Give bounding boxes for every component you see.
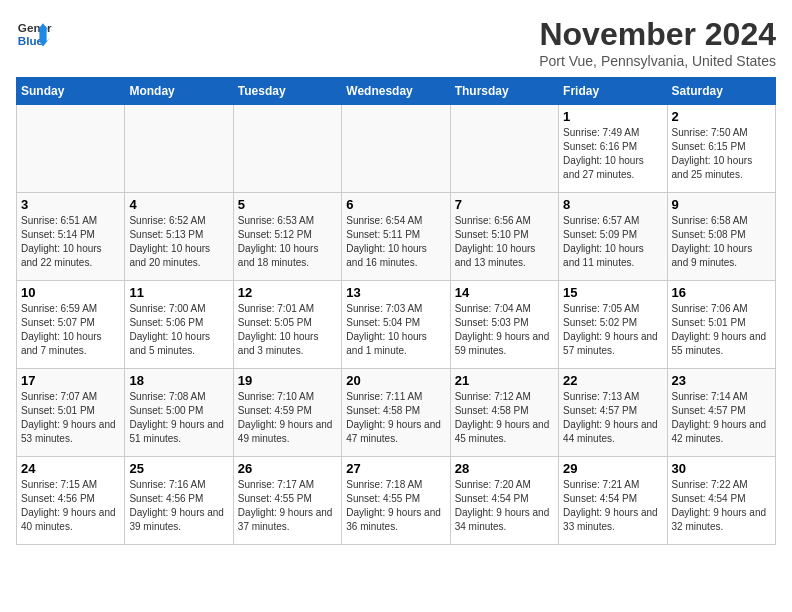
day-cell xyxy=(450,105,558,193)
day-number: 19 xyxy=(238,373,337,388)
day-cell: 11Sunrise: 7:00 AM Sunset: 5:06 PM Dayli… xyxy=(125,281,233,369)
day-info: Sunrise: 6:58 AM Sunset: 5:08 PM Dayligh… xyxy=(672,214,771,270)
day-number: 9 xyxy=(672,197,771,212)
day-number: 20 xyxy=(346,373,445,388)
day-cell xyxy=(125,105,233,193)
day-info: Sunrise: 7:07 AM Sunset: 5:01 PM Dayligh… xyxy=(21,390,120,446)
day-info: Sunrise: 7:15 AM Sunset: 4:56 PM Dayligh… xyxy=(21,478,120,534)
day-number: 13 xyxy=(346,285,445,300)
day-info: Sunrise: 7:50 AM Sunset: 6:15 PM Dayligh… xyxy=(672,126,771,182)
day-cell: 25Sunrise: 7:16 AM Sunset: 4:56 PM Dayli… xyxy=(125,457,233,545)
week-row-3: 10Sunrise: 6:59 AM Sunset: 5:07 PM Dayli… xyxy=(17,281,776,369)
day-info: Sunrise: 6:59 AM Sunset: 5:07 PM Dayligh… xyxy=(21,302,120,358)
day-info: Sunrise: 7:17 AM Sunset: 4:55 PM Dayligh… xyxy=(238,478,337,534)
col-header-monday: Monday xyxy=(125,78,233,105)
day-number: 2 xyxy=(672,109,771,124)
day-number: 4 xyxy=(129,197,228,212)
day-info: Sunrise: 7:22 AM Sunset: 4:54 PM Dayligh… xyxy=(672,478,771,534)
col-header-saturday: Saturday xyxy=(667,78,775,105)
day-info: Sunrise: 7:20 AM Sunset: 4:54 PM Dayligh… xyxy=(455,478,554,534)
day-cell: 1Sunrise: 7:49 AM Sunset: 6:16 PM Daylig… xyxy=(559,105,667,193)
day-cell: 29Sunrise: 7:21 AM Sunset: 4:54 PM Dayli… xyxy=(559,457,667,545)
logo-icon: General Blue xyxy=(16,16,52,52)
day-cell: 12Sunrise: 7:01 AM Sunset: 5:05 PM Dayli… xyxy=(233,281,341,369)
day-number: 24 xyxy=(21,461,120,476)
day-cell: 6Sunrise: 6:54 AM Sunset: 5:11 PM Daylig… xyxy=(342,193,450,281)
day-cell: 14Sunrise: 7:04 AM Sunset: 5:03 PM Dayli… xyxy=(450,281,558,369)
day-info: Sunrise: 7:49 AM Sunset: 6:16 PM Dayligh… xyxy=(563,126,662,182)
day-info: Sunrise: 6:57 AM Sunset: 5:09 PM Dayligh… xyxy=(563,214,662,270)
logo: General Blue xyxy=(16,16,52,52)
col-header-tuesday: Tuesday xyxy=(233,78,341,105)
week-row-4: 17Sunrise: 7:07 AM Sunset: 5:01 PM Dayli… xyxy=(17,369,776,457)
day-info: Sunrise: 7:18 AM Sunset: 4:55 PM Dayligh… xyxy=(346,478,445,534)
day-info: Sunrise: 7:01 AM Sunset: 5:05 PM Dayligh… xyxy=(238,302,337,358)
day-cell: 16Sunrise: 7:06 AM Sunset: 5:01 PM Dayli… xyxy=(667,281,775,369)
day-cell xyxy=(233,105,341,193)
day-info: Sunrise: 7:12 AM Sunset: 4:58 PM Dayligh… xyxy=(455,390,554,446)
day-number: 18 xyxy=(129,373,228,388)
day-info: Sunrise: 7:14 AM Sunset: 4:57 PM Dayligh… xyxy=(672,390,771,446)
day-number: 8 xyxy=(563,197,662,212)
day-info: Sunrise: 6:56 AM Sunset: 5:10 PM Dayligh… xyxy=(455,214,554,270)
day-cell: 17Sunrise: 7:07 AM Sunset: 5:01 PM Dayli… xyxy=(17,369,125,457)
day-info: Sunrise: 6:52 AM Sunset: 5:13 PM Dayligh… xyxy=(129,214,228,270)
day-number: 12 xyxy=(238,285,337,300)
svg-text:General: General xyxy=(18,21,52,34)
col-header-sunday: Sunday xyxy=(17,78,125,105)
day-cell: 30Sunrise: 7:22 AM Sunset: 4:54 PM Dayli… xyxy=(667,457,775,545)
day-info: Sunrise: 7:11 AM Sunset: 4:58 PM Dayligh… xyxy=(346,390,445,446)
day-cell: 27Sunrise: 7:18 AM Sunset: 4:55 PM Dayli… xyxy=(342,457,450,545)
day-cell xyxy=(17,105,125,193)
day-cell: 5Sunrise: 6:53 AM Sunset: 5:12 PM Daylig… xyxy=(233,193,341,281)
day-number: 7 xyxy=(455,197,554,212)
day-info: Sunrise: 7:04 AM Sunset: 5:03 PM Dayligh… xyxy=(455,302,554,358)
day-number: 25 xyxy=(129,461,228,476)
col-header-friday: Friday xyxy=(559,78,667,105)
day-cell: 2Sunrise: 7:50 AM Sunset: 6:15 PM Daylig… xyxy=(667,105,775,193)
day-cell: 4Sunrise: 6:52 AM Sunset: 5:13 PM Daylig… xyxy=(125,193,233,281)
week-row-2: 3Sunrise: 6:51 AM Sunset: 5:14 PM Daylig… xyxy=(17,193,776,281)
day-number: 22 xyxy=(563,373,662,388)
day-info: Sunrise: 7:10 AM Sunset: 4:59 PM Dayligh… xyxy=(238,390,337,446)
col-header-thursday: Thursday xyxy=(450,78,558,105)
day-number: 30 xyxy=(672,461,771,476)
day-number: 5 xyxy=(238,197,337,212)
day-cell: 9Sunrise: 6:58 AM Sunset: 5:08 PM Daylig… xyxy=(667,193,775,281)
day-cell: 22Sunrise: 7:13 AM Sunset: 4:57 PM Dayli… xyxy=(559,369,667,457)
day-info: Sunrise: 7:00 AM Sunset: 5:06 PM Dayligh… xyxy=(129,302,228,358)
day-info: Sunrise: 7:03 AM Sunset: 5:04 PM Dayligh… xyxy=(346,302,445,358)
day-info: Sunrise: 7:05 AM Sunset: 5:02 PM Dayligh… xyxy=(563,302,662,358)
month-title: November 2024 xyxy=(539,16,776,53)
day-number: 29 xyxy=(563,461,662,476)
day-number: 6 xyxy=(346,197,445,212)
day-cell xyxy=(342,105,450,193)
day-number: 27 xyxy=(346,461,445,476)
day-number: 15 xyxy=(563,285,662,300)
day-cell: 23Sunrise: 7:14 AM Sunset: 4:57 PM Dayli… xyxy=(667,369,775,457)
day-number: 10 xyxy=(21,285,120,300)
day-cell: 24Sunrise: 7:15 AM Sunset: 4:56 PM Dayli… xyxy=(17,457,125,545)
day-info: Sunrise: 7:13 AM Sunset: 4:57 PM Dayligh… xyxy=(563,390,662,446)
day-cell: 26Sunrise: 7:17 AM Sunset: 4:55 PM Dayli… xyxy=(233,457,341,545)
day-cell: 10Sunrise: 6:59 AM Sunset: 5:07 PM Dayli… xyxy=(17,281,125,369)
day-cell: 15Sunrise: 7:05 AM Sunset: 5:02 PM Dayli… xyxy=(559,281,667,369)
day-number: 26 xyxy=(238,461,337,476)
day-cell: 20Sunrise: 7:11 AM Sunset: 4:58 PM Dayli… xyxy=(342,369,450,457)
day-number: 14 xyxy=(455,285,554,300)
day-cell: 28Sunrise: 7:20 AM Sunset: 4:54 PM Dayli… xyxy=(450,457,558,545)
day-cell: 7Sunrise: 6:56 AM Sunset: 5:10 PM Daylig… xyxy=(450,193,558,281)
day-info: Sunrise: 7:06 AM Sunset: 5:01 PM Dayligh… xyxy=(672,302,771,358)
col-header-wednesday: Wednesday xyxy=(342,78,450,105)
day-cell: 3Sunrise: 6:51 AM Sunset: 5:14 PM Daylig… xyxy=(17,193,125,281)
day-number: 16 xyxy=(672,285,771,300)
location-subtitle: Port Vue, Pennsylvania, United States xyxy=(539,53,776,69)
day-cell: 8Sunrise: 6:57 AM Sunset: 5:09 PM Daylig… xyxy=(559,193,667,281)
day-number: 3 xyxy=(21,197,120,212)
day-info: Sunrise: 7:08 AM Sunset: 5:00 PM Dayligh… xyxy=(129,390,228,446)
day-cell: 19Sunrise: 7:10 AM Sunset: 4:59 PM Dayli… xyxy=(233,369,341,457)
day-number: 21 xyxy=(455,373,554,388)
day-number: 11 xyxy=(129,285,228,300)
calendar-header-row: SundayMondayTuesdayWednesdayThursdayFrid… xyxy=(17,78,776,105)
week-row-5: 24Sunrise: 7:15 AM Sunset: 4:56 PM Dayli… xyxy=(17,457,776,545)
